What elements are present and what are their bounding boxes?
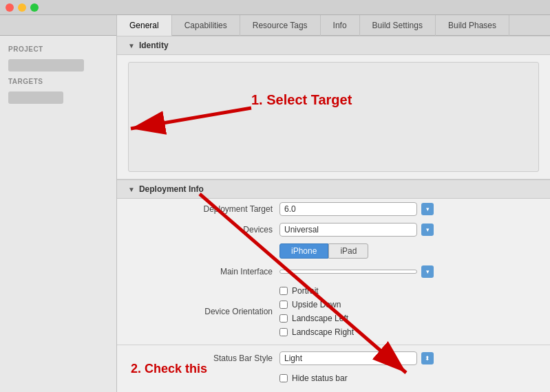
main-interface-dropdown-wrapper: ▾	[279, 265, 434, 278]
devices-control: Universal ▾	[279, 223, 539, 237]
tab-resource-tags[interactable]: Resource Tags	[240, 15, 321, 36]
devices-arrow[interactable]: ▾	[421, 224, 434, 236]
upside-down-label: Upside Down	[292, 300, 341, 309]
status-bar-style-label: Status Bar Style	[128, 353, 279, 363]
orientation-landscape-left: Landscape Left	[279, 312, 348, 325]
tab-info[interactable]: Info	[320, 15, 360, 36]
portrait-label: Portrait	[292, 286, 319, 296]
tab-general[interactable]: General	[116, 15, 172, 36]
deployment-triangle-icon: ▼	[128, 186, 135, 193]
deployment-target-control: 6.0 ▾	[279, 202, 539, 216]
hide-status-bar-checkbox-row: Hide status bar	[279, 372, 348, 384]
identity-section: ▼ Identity	[117, 36, 550, 179]
triangle-icon: ▼	[128, 42, 135, 50]
orientation-portrait: Portrait	[279, 285, 319, 297]
maximize-button[interactable]	[30, 3, 39, 12]
sidebar-project-item[interactable]	[0, 56, 116, 75]
identity-title: Identity	[139, 41, 169, 50]
devices-row: Devices Universal ▾	[117, 219, 550, 240]
project-box	[8, 59, 84, 72]
tab-build-settings[interactable]: Build Settings	[359, 15, 436, 36]
main-interface-dropdown[interactable]	[279, 270, 417, 274]
requires-full-screen-row: Requires full screen	[117, 388, 550, 392]
portrait-checkbox[interactable]	[279, 287, 288, 295]
main-interface-row: Main Interface ▾	[117, 262, 550, 281]
identity-header: ▼ Identity	[117, 36, 550, 55]
landscape-left-checkbox[interactable]	[279, 314, 288, 323]
tab-build-phases[interactable]: Build Phases	[435, 15, 509, 36]
ipad-button[interactable]: iPad	[328, 243, 368, 259]
landscape-right-checkbox[interactable]	[279, 328, 288, 336]
hide-status-bar-label: Hide status bar	[292, 373, 348, 383]
status-bar-dropdown-wrapper: Light ⬍	[279, 351, 434, 365]
hide-status-bar-checkbox[interactable]	[279, 374, 288, 382]
minimize-button[interactable]	[18, 3, 26, 12]
deployment-title: Deployment Info	[139, 184, 204, 194]
deployment-target-value: 6.0	[284, 204, 296, 214]
status-bar-arrow[interactable]: ⬍	[421, 352, 434, 364]
deployment-target-dropdown-wrapper: 6.0 ▾	[279, 202, 434, 216]
identity-content-area	[128, 62, 539, 172]
main-interface-arrow[interactable]: ▾	[421, 265, 434, 278]
status-bar-style-row: Status Bar Style Light ⬍	[117, 348, 550, 369]
orientation-landscape-right: Landscape Right	[279, 326, 354, 338]
devices-dropdown-wrapper: Universal ▾	[279, 223, 434, 237]
devices-dropdown[interactable]: Universal	[279, 223, 417, 237]
orientation-checkboxes: Portrait Upside Down Landscape Left Land…	[279, 285, 539, 338]
deployment-header: ▼ Deployment Info	[117, 179, 550, 199]
status-bar-style-control: Light ⬍	[279, 351, 539, 365]
sidebar: PROJECT TARGETS	[0, 36, 117, 392]
main-interface-label: Main Interface	[128, 267, 279, 276]
target-box	[8, 91, 63, 104]
content-area: ▼ Identity ▼ Deployment Info Deployment …	[117, 36, 550, 392]
tab-bar: General Capabilities Resource Tags Info …	[0, 15, 550, 36]
close-button[interactable]	[6, 3, 14, 12]
deployment-target-dropdown[interactable]: 6.0	[279, 202, 417, 216]
device-buttons: iPhone iPad	[279, 243, 368, 259]
deployment-section: ▼ Deployment Info Deployment Target 6.0 …	[117, 179, 550, 392]
sidebar-target-item[interactable]	[0, 88, 116, 107]
device-orientation-row: Device Orientation Portrait Upside Down …	[117, 281, 550, 342]
main-interface-control: ▾	[279, 265, 539, 278]
devices-value: Universal	[284, 225, 319, 235]
iphone-button[interactable]: iPhone	[279, 243, 328, 259]
deployment-target-row: Deployment Target 6.0 ▾	[117, 199, 550, 219]
status-bar-dropdown[interactable]: Light	[279, 351, 417, 365]
window-bar	[0, 0, 550, 15]
hide-status-bar-row: Hide status bar	[117, 369, 550, 388]
orientation-upside-down: Upside Down	[279, 298, 341, 311]
devices-label: Devices	[128, 225, 279, 235]
tab-capabilities[interactable]: Capabilities	[171, 15, 240, 36]
landscape-right-label: Landscape Right	[292, 327, 354, 337]
landscape-left-label: Landscape Left	[292, 314, 348, 323]
device-type-row: iPhone iPad	[117, 240, 550, 262]
deployment-target-arrow[interactable]: ▾	[421, 203, 434, 215]
main-layout: PROJECT TARGETS ▼ Identity ▼ Deployment …	[0, 36, 550, 392]
targets-section-label: TARGETS	[0, 75, 116, 88]
device-type-control: iPhone iPad	[279, 243, 539, 259]
upside-down-checkbox[interactable]	[279, 301, 288, 309]
device-orientation-label: Device Orientation	[128, 307, 279, 316]
hide-status-bar-control: Hide status bar	[279, 372, 539, 384]
project-section-label: PROJECT	[0, 43, 116, 56]
deployment-target-label: Deployment Target	[128, 204, 279, 214]
status-bar-value: Light	[284, 353, 302, 363]
